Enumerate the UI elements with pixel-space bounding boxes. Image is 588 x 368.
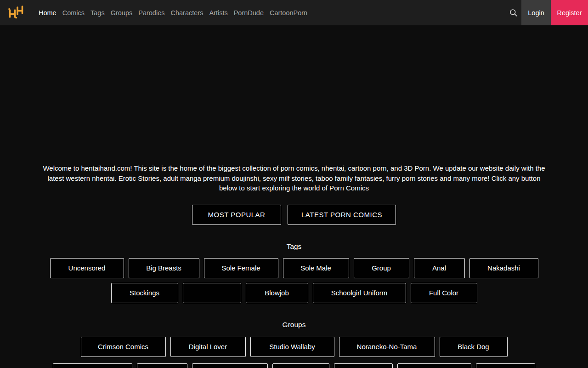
magnifier-glyph (509, 8, 518, 17)
group-button[interactable]: Digital Lover (170, 337, 246, 357)
top-nav: HomeComicsTagsGroupsParodiesCharactersAr… (0, 0, 588, 25)
groups-row-1: Crimson ComicsDigital LoverStudio Wallab… (0, 337, 588, 357)
group-button[interactable] (397, 363, 471, 368)
nav-link[interactable]: Parodies (138, 9, 164, 17)
group-button[interactable] (334, 363, 393, 368)
tags-heading: Tags (0, 242, 588, 251)
main-content: Welcome to hentaihand.com! This site is … (0, 163, 588, 368)
tag-button[interactable]: Sole Female (204, 258, 278, 278)
cta-button[interactable]: MOST POPULAR (192, 205, 281, 225)
tag-button[interactable]: Group (354, 258, 409, 278)
group-button[interactable]: Black Dog (440, 337, 508, 357)
tag-button[interactable]: Full Color (411, 283, 477, 303)
hh-monogram-icon (6, 4, 25, 22)
groups-heading: Groups (0, 321, 588, 329)
group-button[interactable]: Noraneko-No-Tama (339, 337, 435, 357)
tags-row-2: StockingsBlowjobSchoolgirl UniformFull C… (0, 283, 588, 303)
cta-row: MOST POPULARLATEST PORN COMICS (0, 205, 588, 225)
cta-button[interactable]: LATEST PORN COMICS (288, 205, 396, 225)
tag-button[interactable]: Uncensored (50, 258, 124, 278)
nav-link[interactable]: Tags (90, 9, 105, 17)
tag-button[interactable]: Stockings (111, 283, 178, 303)
tag-button[interactable]: Blowjob (246, 283, 308, 303)
nav-link[interactable]: Artists (209, 9, 227, 17)
group-button[interactable] (137, 363, 187, 368)
tag-button[interactable]: Schoolgirl Uniform (313, 283, 406, 303)
nav-link[interactable]: Home (39, 9, 57, 17)
group-button[interactable]: Crimson Comics (81, 337, 166, 357)
groups-row-2 (0, 363, 588, 368)
nav-link[interactable]: Characters (170, 9, 203, 17)
nav-link[interactable]: Comics (62, 9, 85, 17)
nav-link[interactable]: Groups (111, 9, 133, 17)
group-button[interactable] (476, 363, 535, 368)
tag-button[interactable]: Sole Male (283, 258, 349, 278)
group-button[interactable]: Studio Wallaby (250, 337, 334, 357)
site-logo[interactable] (6, 4, 25, 22)
primary-nav: HomeComicsTagsGroupsParodiesCharactersAr… (39, 9, 307, 17)
tag-button[interactable]: Big Breasts (129, 258, 199, 278)
search-icon[interactable] (505, 0, 521, 25)
tag-button[interactable]: Nakadashi (469, 258, 538, 278)
login-button[interactable]: Login (521, 0, 551, 25)
register-button[interactable]: Register (551, 0, 588, 25)
group-button[interactable] (272, 363, 329, 368)
group-button[interactable] (53, 363, 132, 368)
tag-button[interactable] (183, 283, 241, 303)
nav-link[interactable]: PornDude (234, 9, 264, 17)
welcome-text: Welcome to hentaihand.com! This site is … (40, 163, 548, 193)
group-button[interactable] (192, 363, 268, 368)
tag-button[interactable]: Anal (414, 258, 465, 278)
nav-actions: Login Register (505, 0, 588, 25)
tags-row-1: UncensoredBig BreastsSole FemaleSole Mal… (0, 258, 588, 278)
nav-link[interactable]: CartoonPorn (270, 9, 307, 17)
